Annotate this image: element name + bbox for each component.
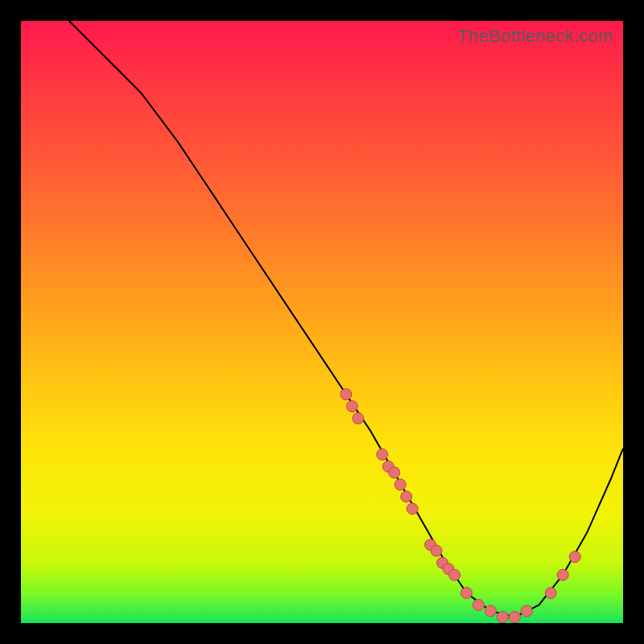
data-point <box>394 479 406 490</box>
data-point <box>497 612 508 623</box>
data-point <box>485 605 496 617</box>
data-point <box>473 600 485 611</box>
data-point <box>353 413 364 424</box>
chart-frame: TheBottleneck.com <box>19 19 625 625</box>
data-point <box>431 545 442 556</box>
data-point <box>509 612 520 623</box>
data-point <box>461 588 473 599</box>
data-point <box>341 389 352 400</box>
data-point <box>545 588 556 599</box>
data-points-group <box>341 389 580 623</box>
data-point <box>346 401 357 412</box>
data-point <box>557 569 568 580</box>
data-point <box>449 569 460 580</box>
data-point <box>377 449 388 460</box>
data-point <box>389 467 400 478</box>
data-point <box>521 605 532 617</box>
bottleneck-curve <box>69 21 623 617</box>
data-point <box>401 491 412 502</box>
chart-plot-area: TheBottleneck.com <box>21 21 623 623</box>
data-point <box>407 503 418 514</box>
data-point <box>569 551 580 563</box>
chart-overlay <box>21 21 623 623</box>
